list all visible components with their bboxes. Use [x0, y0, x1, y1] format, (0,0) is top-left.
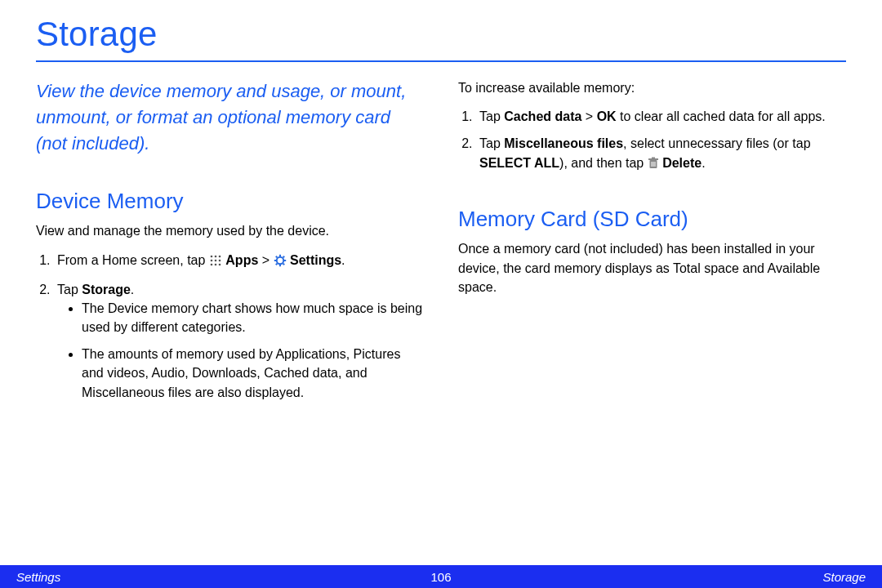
svg-line-16: [283, 256, 284, 257]
bullet-item: The amounts of memory used by Applicatio…: [82, 345, 424, 402]
increase-memory-steps: Tap Cached data > OK to clear all cached…: [458, 107, 846, 175]
section-heading-memory-card: Memory Card (SD Card): [458, 204, 846, 235]
svg-line-14: [275, 256, 277, 257]
svg-point-7: [215, 263, 217, 265]
intro-text: View the device memory and usage, or mou…: [36, 78, 424, 157]
section-desc: Once a memory card (not included) has be…: [458, 239, 846, 296]
bold-delete: Delete: [659, 156, 702, 170]
svg-point-3: [211, 259, 213, 261]
text: .: [702, 156, 705, 170]
svg-point-5: [219, 259, 221, 261]
text: From a Home screen, tap: [57, 253, 209, 267]
spacer: [458, 183, 846, 204]
bullet-item: The Device memory chart shows how much s…: [82, 299, 424, 336]
bold-ok: OK: [597, 109, 617, 123]
text: ), and then tap: [559, 156, 648, 170]
text: >: [581, 109, 596, 123]
text: Tap: [57, 283, 82, 296]
svg-point-1: [215, 255, 217, 257]
section-heading-device-memory: Device Memory: [36, 186, 424, 217]
bold-misc-files: Miscellaneous files: [504, 136, 623, 150]
page-footer: Settings 106 Storage: [0, 565, 882, 588]
svg-line-15: [283, 263, 284, 265]
text: .: [131, 283, 134, 296]
step-item: Tap Storage. The Device memory chart sho…: [54, 280, 424, 402]
bold-cached-data: Cached data: [504, 109, 581, 123]
footer-right: Storage: [822, 570, 866, 584]
svg-point-2: [219, 255, 221, 257]
text: Tap: [479, 136, 504, 150]
apps-grid-icon: [209, 253, 222, 272]
settings-gear-icon: [274, 253, 287, 272]
step-item: Tap Cached data > OK to clear all cached…: [476, 107, 846, 126]
svg-point-6: [211, 263, 213, 265]
left-column: View the device memory and usage, or mou…: [36, 78, 424, 410]
lead-text: To increase available memory:: [458, 78, 846, 97]
storage-bullets: The Device memory chart shows how much s…: [57, 299, 424, 402]
footer-left: Settings: [16, 570, 60, 584]
svg-point-0: [211, 255, 213, 257]
section-desc: View and manage the memory used by the d…: [36, 221, 424, 240]
bold-select-all: SELECT ALL: [479, 156, 559, 170]
text: >: [258, 253, 273, 267]
right-column: To increase available memory: Tap Cached…: [458, 78, 846, 410]
trash-icon: [648, 156, 659, 175]
step-item: From a Home screen, tap Apps > Settings.: [54, 251, 424, 272]
svg-rect-20: [652, 157, 655, 158]
footer-page-number: 106: [430, 570, 451, 584]
svg-point-8: [219, 263, 221, 265]
text: , select unnecessary files (or tap: [623, 136, 810, 150]
bold-apps: Apps: [225, 253, 258, 267]
svg-point-9: [276, 256, 283, 263]
bold-settings: Settings: [287, 253, 342, 267]
svg-line-17: [275, 263, 277, 265]
device-memory-steps: From a Home screen, tap Apps > Settings.…: [36, 251, 424, 402]
page-title: Storage: [36, 15, 846, 60]
step-item: Tap Miscellaneous files, select unnecess…: [476, 134, 846, 174]
svg-point-4: [215, 259, 217, 261]
title-rule: [36, 60, 846, 64]
bold-storage: Storage: [82, 283, 131, 296]
text: to clear all cached data for all apps.: [617, 109, 826, 123]
text: Tap: [479, 109, 504, 123]
text: .: [341, 253, 345, 267]
two-column-layout: View the device memory and usage, or mou…: [36, 78, 846, 410]
manual-page: Storage View the device memory and usage…: [0, 0, 882, 588]
